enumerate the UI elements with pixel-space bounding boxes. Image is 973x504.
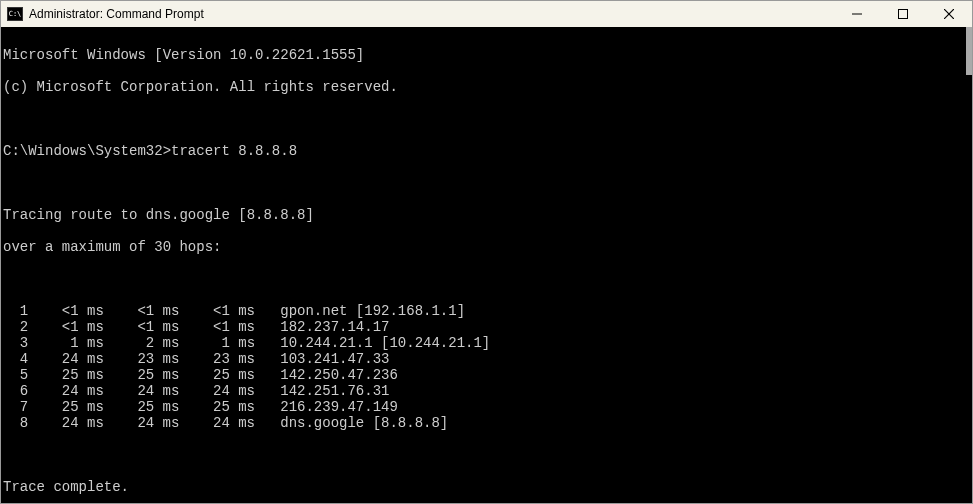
hop-row: 624 ms24 ms24 ms142.251.76.31 (3, 383, 970, 399)
hop-row: 725 ms25 ms25 ms216.239.47.149 (3, 399, 970, 415)
entered-command: tracert 8.8.8.8 (171, 143, 297, 159)
maximize-button[interactable] (880, 1, 926, 27)
blank-line (3, 447, 970, 463)
hop-row: 424 ms23 ms23 ms103.241.47.33 (3, 351, 970, 367)
blank-line (3, 175, 970, 191)
minimize-icon (852, 9, 862, 19)
trace-complete: Trace complete. (3, 479, 970, 495)
blank-line (3, 271, 970, 287)
cmd-icon-text: C:\ (9, 11, 22, 18)
hop-row: 525 ms25 ms25 ms142.250.47.236 (3, 367, 970, 383)
prompt-path: C:\Windows\System32> (3, 143, 171, 159)
trace-intro-2: over a maximum of 30 hops: (3, 239, 970, 255)
command-prompt-window: C:\ Administrator: Command Prompt Micros… (0, 0, 973, 504)
blank-line (3, 111, 970, 127)
hop-row: 2<1 ms<1 ms<1 ms182.237.14.17 (3, 319, 970, 335)
window-title: Administrator: Command Prompt (29, 7, 834, 21)
titlebar[interactable]: C:\ Administrator: Command Prompt (1, 1, 972, 27)
window-controls (834, 1, 972, 27)
hop-row: 824 ms24 ms24 msdns.google [8.8.8.8] (3, 415, 970, 431)
version-line: Microsoft Windows [Version 10.0.22621.15… (3, 47, 970, 63)
svg-rect-1 (899, 10, 908, 19)
hop-list: 1<1 ms<1 ms<1 msgpon.net [192.168.1.1]2<… (3, 303, 970, 431)
prompt-line-1: C:\Windows\System32>tracert 8.8.8.8 (3, 143, 970, 159)
trace-intro-1: Tracing route to dns.google [8.8.8.8] (3, 207, 970, 223)
close-icon (944, 9, 954, 19)
maximize-icon (898, 9, 908, 19)
hop-row: 31 ms2 ms1 ms10.244.21.1 [10.244.21.1] (3, 335, 970, 351)
close-button[interactable] (926, 1, 972, 27)
copyright-line: (c) Microsoft Corporation. All rights re… (3, 79, 970, 95)
cmd-icon: C:\ (7, 7, 23, 21)
vertical-scrollbar[interactable] (966, 27, 972, 75)
terminal-output[interactable]: Microsoft Windows [Version 10.0.22621.15… (1, 27, 972, 503)
hop-row: 1<1 ms<1 ms<1 msgpon.net [192.168.1.1] (3, 303, 970, 319)
minimize-button[interactable] (834, 1, 880, 27)
